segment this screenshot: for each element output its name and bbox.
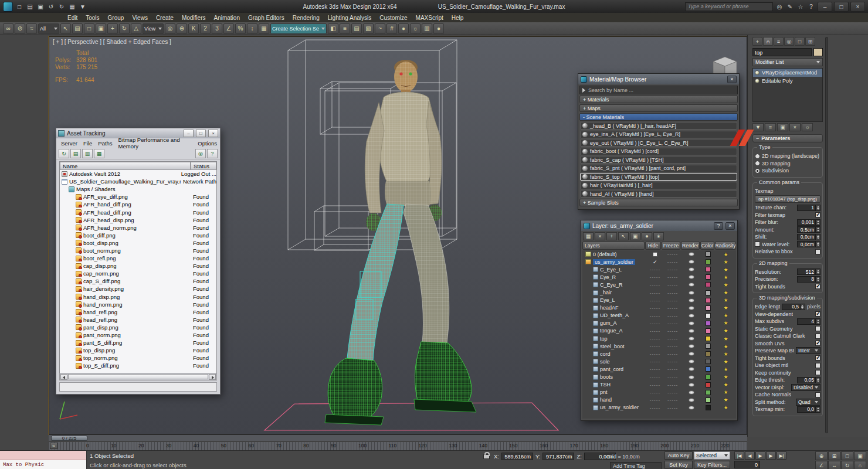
select-by-name-icon[interactable]: ▤ [72,23,83,34]
hide-all-icon[interactable]: ● [642,232,652,240]
render-eye-icon[interactable] [689,267,694,271]
scroll-right-icon[interactable] [209,374,216,380]
render-eye-icon[interactable] [689,252,694,256]
spinner-arrows[interactable] [816,226,820,233]
modifier-stack-item[interactable]: Editable Poly [753,77,822,85]
freeze-toggle[interactable]: ----- [663,252,681,257]
type-radio-row[interactable]: Subdivision [755,167,820,175]
type-radio-row[interactable]: 3D mapping [755,160,820,168]
asset-maximize-button[interactable]: □ [196,130,206,137]
column-layers[interactable]: Layers [582,242,645,250]
layer-row[interactable]: pant_cord ----- ----- [582,365,736,373]
render-toggle[interactable] [683,337,701,341]
radiosity-star-icon[interactable] [723,366,728,372]
render-eye-icon[interactable] [689,337,694,341]
viewport-label[interactable]: [ + ] [ Perspective ] [ Shaded + Edged F… [53,39,171,45]
render-eye-icon[interactable] [689,306,694,310]
object-color-swatch[interactable] [813,48,823,56]
layer-color-cell[interactable] [701,252,715,257]
render-eye-icon[interactable] [689,260,694,264]
menu-item[interactable]: Graph Editors [244,15,289,21]
selection-lock-icon[interactable] [483,454,490,459]
layer-color-cell[interactable] [701,282,715,287]
asset-row[interactable]: top_norm.png Found [60,354,216,362]
align-icon[interactable]: ≡ [340,23,350,34]
modify-tab-icon[interactable]: ∩ [763,37,773,46]
freeze-toggle[interactable]: ----- [664,366,682,372]
freeze-toggle[interactable]: ----- [663,259,681,264]
layer-color-cell[interactable] [701,274,715,280]
asset-row[interactable]: AFR_hand_diff.png Found [60,200,216,208]
color-swatch[interactable] [706,390,711,395]
relative-bbox-checkbox[interactable] [815,249,820,254]
asset-row[interactable]: boot_disp.png Found [60,239,216,247]
asset-row[interactable]: boot_norm.png Found [60,247,216,254]
render-eye-icon[interactable] [689,367,694,371]
delete-layer-icon[interactable]: × [595,232,605,240]
radiosity-star-icon[interactable] [723,320,728,326]
column-radiosity[interactable]: Radiosity [715,242,736,250]
details-view-icon[interactable]: ▥ [82,149,93,158]
freeze-toggle[interactable]: ----- [664,336,682,341]
menu-item[interactable]: Lighting Analysis [324,15,376,21]
color-swatch[interactable] [706,252,711,257]
mini-curve-editor-button[interactable]: ≈ [50,443,57,449]
layer-color-cell[interactable] [701,397,715,403]
radiosity-toggle[interactable] [716,344,736,349]
help-icon[interactable]: ? [806,2,816,11]
asset-row[interactable]: AFR_head_diff.png Found [60,208,216,216]
snap-3d-icon[interactable]: 3 [212,23,222,34]
pen-icon[interactable]: ✎ [785,2,795,11]
color-swatch[interactable] [706,267,711,272]
render-toggle[interactable] [683,291,701,295]
freeze-all-icon[interactable]: ∗ [653,232,664,240]
render-eye-icon[interactable] [689,383,694,387]
material-browser-close-button[interactable]: × [727,76,737,83]
display-tab-icon[interactable]: □ [795,37,805,46]
hide-toggle[interactable]: ----- [647,382,663,388]
color-swatch[interactable] [706,351,711,356]
color-swatch[interactable] [706,366,711,372]
asset-help-icon[interactable]: ? [207,149,218,158]
radiosity-star-icon[interactable] [723,397,728,403]
layer-color-cell[interactable] [701,298,715,303]
smooth-uvs-checkbox[interactable] [815,341,820,346]
asset-row[interactable]: US_Soldier_Camouflage_Walking_Fur_vray.m… [60,178,216,185]
render-toggle[interactable] [683,352,701,356]
radiosity-toggle[interactable] [716,336,736,342]
keep-continuity-checkbox[interactable] [815,370,820,375]
max-subdivs-spinner[interactable]: 4 [797,318,816,325]
render-toggle[interactable] [683,375,701,379]
save-file-icon[interactable]: ▣ [36,2,45,11]
open-file-icon[interactable]: ▤ [25,2,35,11]
radiosity-toggle[interactable] [716,320,736,326]
select-and-manipulate-icon[interactable]: ⊕ [177,23,187,34]
radiosity-toggle[interactable] [716,359,736,365]
use-center-icon[interactable]: ◎ [165,23,175,34]
freeze-toggle[interactable]: ----- [664,328,682,334]
render-toggle[interactable] [683,390,701,395]
asset-row[interactable]: cap_norm.png Found [60,270,216,277]
modifier-bulb-icon[interactable] [755,79,760,83]
layer-row[interactable]: us_army_soldier ----- ----- [582,404,736,412]
render-setup-icon[interactable]: ☼ [410,23,421,34]
radiosity-toggle[interactable] [716,312,736,318]
render-eye-icon[interactable] [689,375,694,379]
layer-color-cell[interactable] [701,359,715,364]
freeze-toggle[interactable]: ----- [664,359,682,364]
filter-texmap-checkbox[interactable] [815,212,820,217]
freeze-toggle[interactable]: ----- [664,390,682,395]
radiosity-toggle[interactable] [716,328,736,334]
new-scene-icon[interactable]: □ [15,2,24,11]
auto-key-button[interactable]: Auto Key [664,451,693,460]
layer-color-cell[interactable] [701,375,715,380]
freeze-toggle[interactable]: ----- [664,321,682,326]
radiosity-toggle[interactable] [716,290,736,295]
menu-item[interactable]: Customize [375,15,411,21]
render-toggle[interactable] [683,314,701,318]
layer-row[interactable]: boots ----- ----- [582,373,736,381]
spinner-arrows[interactable] [816,276,820,283]
modifier-stack-item[interactable]: VRayDisplacementMod [753,69,822,77]
create-tab-icon[interactable]: + [752,37,762,46]
resolution-spinner[interactable]: 512 [797,269,816,275]
